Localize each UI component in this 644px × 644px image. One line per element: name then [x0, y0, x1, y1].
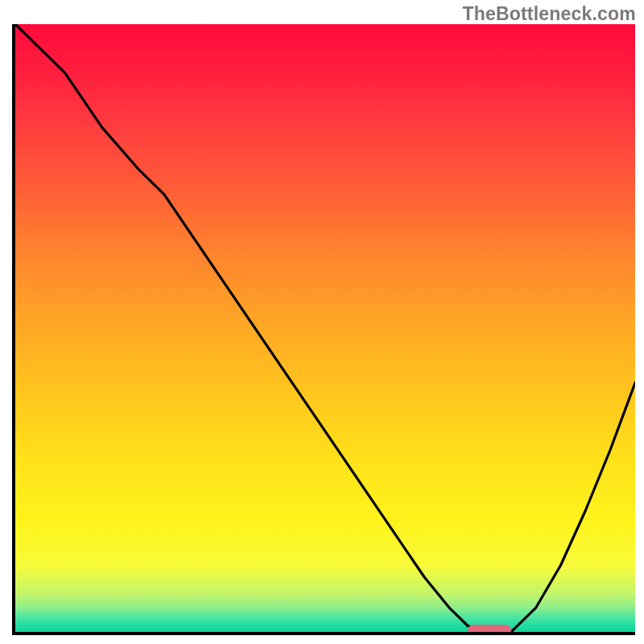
- bottleneck-curve: [15, 24, 635, 632]
- chart-canvas: TheBottleneck.com: [0, 0, 644, 644]
- plot-area: [12, 24, 635, 635]
- watermark-text: TheBottleneck.com: [462, 3, 636, 25]
- optimal-marker: [468, 625, 511, 635]
